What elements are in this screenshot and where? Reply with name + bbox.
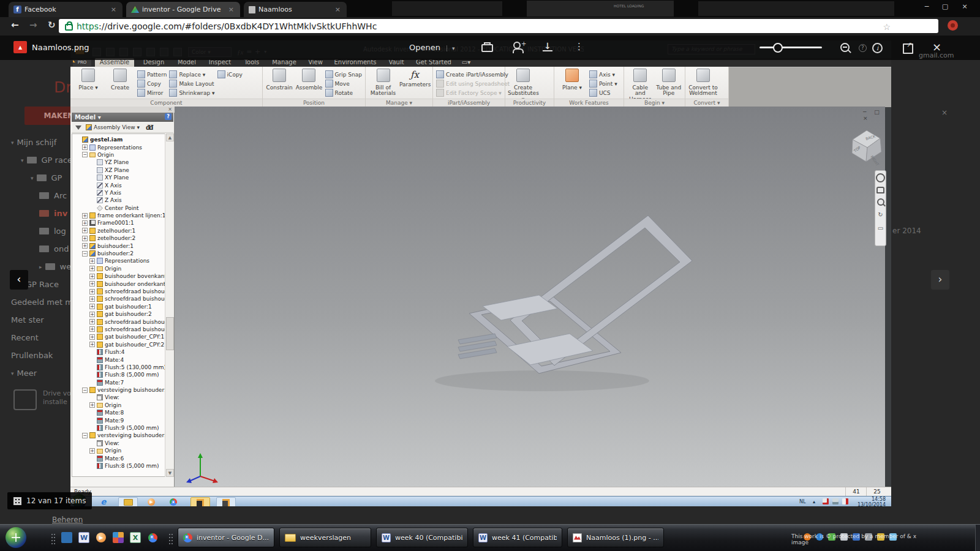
tree-expander[interactable]: + — [89, 296, 95, 302]
zoom-icon[interactable] — [877, 198, 884, 206]
tree-item[interactable]: Flush:8 (5,000 mm) — [72, 462, 165, 470]
chrome-quicklaunch-icon[interactable] — [147, 532, 158, 543]
browser-header[interactable]: Model ▾ ? — [72, 113, 173, 122]
ribbon-panel-label[interactable]: Component — [70, 99, 262, 107]
tree-expander[interactable]: + — [89, 312, 95, 317]
ribbon-small-button[interactable]: Replace ▾ — [169, 70, 214, 79]
scrollbar-thumb[interactable] — [166, 317, 174, 350]
zoom-slider-knob[interactable] — [773, 43, 783, 53]
ribbon-panel-label[interactable]: iPart/iAssembly — [433, 99, 505, 107]
filter-icon[interactable] — [75, 126, 81, 130]
tree-item[interactable]: Y Axis — [72, 189, 165, 197]
tree-item[interactable]: +gat buishouder_CPY:1 — [72, 333, 165, 340]
tree-item[interactable]: +Representations — [72, 143, 165, 151]
network-icon[interactable] — [832, 498, 839, 504]
expand-arrow-icon[interactable]: ▾ — [31, 175, 34, 181]
tree-expander[interactable]: + — [89, 289, 95, 294]
tree-item[interactable]: +schroefdraad buishouder:2 — [72, 295, 165, 302]
ribbon-button[interactable]: Assemble — [295, 68, 323, 91]
forward-icon[interactable]: → — [29, 20, 37, 31]
previous-image-arrow[interactable]: ‹ — [10, 270, 28, 290]
ribbon-button[interactable]: Constrain — [265, 68, 293, 91]
ribbon-panel-label[interactable]: Work Features — [554, 99, 624, 107]
tree-item[interactable]: −Origin — [72, 151, 165, 159]
tree-item[interactable]: +buishouder onderkant:1 — [72, 280, 165, 287]
inventor-viewer-icon[interactable] — [216, 497, 236, 506]
media-player-icon[interactable]: ▶ — [145, 497, 157, 506]
zoom-out-icon[interactable] — [840, 43, 850, 52]
sidebar-item[interactable]: ▾Mijn schijf — [0, 133, 70, 151]
tree-expander[interactable]: + — [89, 266, 95, 271]
ribbon-button[interactable]: ƒxParameters — [399, 68, 430, 88]
show-desktop-button[interactable] — [975, 525, 980, 551]
expand-arrow-icon[interactable]: ▸ — [39, 264, 42, 270]
tree-item[interactable]: +Representations — [72, 257, 165, 264]
ribbon-small-button[interactable]: iCopy — [217, 70, 243, 79]
browser-tab[interactable]: Naamloos× — [244, 2, 347, 17]
tree-scrollbar[interactable]: ▲ ▼ — [165, 133, 174, 477]
tree-expander[interactable]: + — [82, 236, 88, 241]
ribbon-button[interactable]: Tube and Pipe — [655, 68, 683, 97]
taskbar-button[interactable]: inventor - Google D... — [178, 528, 274, 547]
ribbon-button[interactable]: Convert to Weldment — [688, 68, 718, 97]
tree-expander[interactable]: + — [89, 342, 95, 347]
open-in-new-icon[interactable] — [903, 43, 913, 54]
ribbon-small-button[interactable]: Axis ▾ — [589, 70, 617, 79]
tree-item[interactable]: +gat buishouder_CPY:2 — [72, 341, 165, 348]
tree-item[interactable]: View: — [72, 440, 165, 447]
close-tab-icon[interactable]: × — [110, 6, 118, 13]
sidebar-item[interactable]: Gedeeld met mij — [0, 293, 70, 311]
sidebar-item[interactable]: Arc — [0, 187, 70, 204]
tree-item[interactable]: +zetelhouder:1 — [72, 227, 165, 234]
tree-expander[interactable]: + — [89, 334, 95, 340]
ribbon-small-button[interactable]: Create iPart/iAssembly — [436, 70, 510, 79]
tree-item[interactable]: +frame onderkant lijnen:1 — [72, 212, 165, 219]
ribbon-small-button[interactable]: Point ▾ — [589, 79, 617, 88]
zoom-slider-track[interactable] — [760, 47, 822, 48]
language-indicator[interactable]: NL — [799, 499, 805, 504]
tree-item[interactable]: View: — [72, 394, 165, 401]
ribbon-panel-label[interactable]: Position — [263, 99, 365, 107]
manage-link[interactable]: Beheren — [52, 515, 83, 524]
tree-item[interactable]: Flush:9 (5,000 mm) — [72, 424, 165, 432]
ribbon-small-button[interactable]: Pattern — [137, 70, 167, 79]
start-button[interactable] — [6, 527, 26, 548]
ribbon-small-button[interactable]: UCS — [589, 88, 617, 97]
window-close-button[interactable]: × — [957, 2, 973, 10]
profile-avatar[interactable] — [948, 20, 958, 31]
tree-item[interactable]: Mate:8 — [72, 409, 165, 416]
tree-item[interactable]: +buishouder bovenkant:1 — [72, 272, 165, 280]
tree-item[interactable]: +Origin — [72, 265, 165, 272]
ribbon-button[interactable]: Create — [105, 68, 135, 91]
share-add-person-icon[interactable] — [513, 42, 521, 49]
tree-item[interactable]: Mate:4 — [72, 356, 165, 363]
tree-item[interactable]: Mate:9 — [72, 416, 165, 424]
tree-expander[interactable]: + — [89, 326, 95, 332]
ribbon-small-button[interactable]: Copy — [137, 79, 167, 88]
tree-expander[interactable]: + — [89, 304, 95, 309]
tree-expander[interactable]: + — [89, 448, 95, 454]
tree-expander[interactable]: + — [82, 228, 88, 233]
volume-icon[interactable] — [842, 498, 848, 504]
tree-item[interactable]: +gat buishouder:1 — [72, 303, 165, 310]
find-icon[interactable]: đđ — [146, 124, 152, 131]
tree-item[interactable]: +Frame0001:1 — [72, 219, 165, 227]
panel-dock-bar[interactable]: × — [70, 107, 175, 113]
orbit-icon[interactable]: ↻ — [878, 211, 883, 224]
ribbon-panel-label[interactable]: Convert ▾ — [685, 99, 728, 107]
navigation-wheel-icon[interactable] — [876, 173, 885, 182]
tree-expander[interactable]: − — [82, 433, 88, 438]
ribbon-panel-label[interactable]: Manage ▾ — [366, 99, 432, 107]
tree-item[interactable]: +Origin — [72, 447, 165, 454]
sidebar-item[interactable]: Recent — [0, 329, 70, 347]
window-restore-button[interactable]: ▢ — [937, 2, 953, 10]
viewcube[interactable]: BACK TOP RIGHT — [847, 125, 885, 165]
sidebar-item[interactable]: ond — [0, 240, 70, 258]
install-drive-hint[interactable]: Drive voinstalle — [13, 389, 71, 410]
inner-chrome-icon[interactable] — [167, 497, 179, 506]
tree-expander[interactable]: + — [89, 402, 95, 408]
ribbon-panel-label[interactable]: Begin ▾ — [624, 99, 685, 107]
tree-item[interactable]: YZ Plane — [72, 159, 165, 166]
tree-item[interactable]: +zetelhouder:2 — [72, 234, 165, 242]
view-mode-label[interactable]: Assembly View — [94, 124, 135, 130]
